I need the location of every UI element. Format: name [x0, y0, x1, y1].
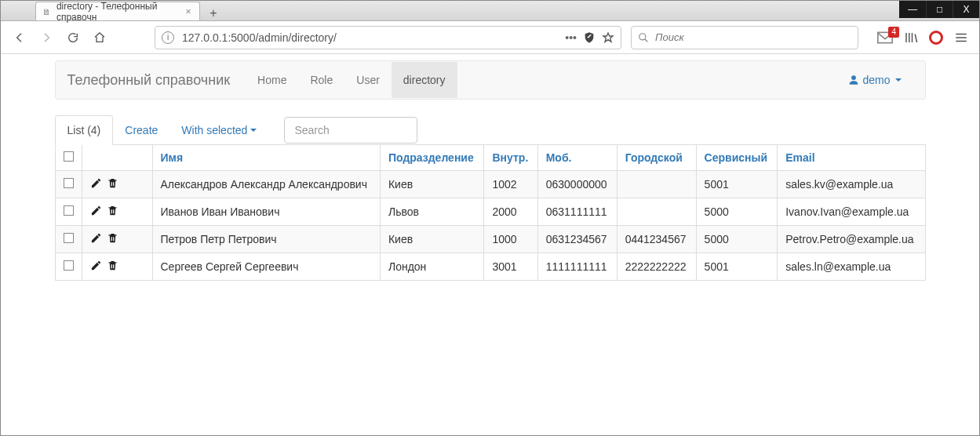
cell-mob: 0631234567	[537, 226, 617, 253]
cell-ext: 2000	[484, 198, 537, 226]
with-selected-dropdown[interactable]: With selected	[169, 116, 268, 144]
info-icon[interactable]: i	[162, 31, 174, 44]
cell-service: 5001	[696, 253, 778, 281]
browser-toolbar: i ••• 4	[1, 21, 979, 54]
col-name[interactable]: Имя	[152, 145, 380, 171]
navbar-brand[interactable]: Телефонный справочник	[67, 72, 231, 89]
cell-dept: Киев	[380, 171, 484, 198]
admin-search-input[interactable]	[284, 117, 417, 144]
delete-button[interactable]	[107, 177, 118, 191]
nav-link[interactable]: directory	[392, 62, 457, 98]
window-controls: — □ X	[899, 1, 979, 18]
edit-icon	[90, 260, 102, 271]
row-actions-cell	[82, 253, 152, 281]
table-row: Иванов Иван ИвановичЛьвов200006311111115…	[55, 198, 925, 226]
svg-point-0	[639, 33, 646, 39]
library-button[interactable]	[904, 31, 918, 45]
forward-button[interactable]	[35, 27, 57, 49]
table-row: Александров Александр АлександровичКиев1…	[55, 171, 925, 198]
delete-button[interactable]	[107, 205, 118, 219]
edit-button[interactable]	[90, 232, 102, 246]
select-all-checkbox[interactable]	[64, 151, 74, 162]
row-checkbox[interactable]	[64, 233, 74, 243]
url-right-icons: •••	[565, 31, 614, 44]
navbar-right: demo	[836, 62, 913, 98]
nav-link[interactable]: Home	[246, 62, 298, 98]
select-all-cell	[55, 145, 82, 171]
create-link[interactable]: Create	[113, 116, 169, 144]
window-close-button[interactable]: X	[953, 1, 979, 18]
url-input[interactable]	[180, 31, 559, 45]
delete-icon	[107, 177, 118, 189]
arrow-right-icon	[40, 31, 53, 44]
row-checkbox[interactable]	[64, 178, 74, 188]
col-mob[interactable]: Моб.	[537, 145, 617, 171]
directory-table: Имя Подразделение Внутр. Моб. Городской …	[55, 144, 926, 281]
cell-service: 5001	[696, 171, 778, 198]
row-checkbox[interactable]	[64, 260, 74, 271]
delete-icon	[107, 205, 118, 216]
row-actions-cell	[82, 226, 152, 253]
list-tab[interactable]: List (4)	[55, 115, 114, 145]
back-button[interactable]	[9, 27, 31, 49]
menu-button[interactable]	[954, 31, 968, 45]
tab-strip: 🗎 directory - Телефонный справочн × +	[35, 1, 224, 20]
col-service[interactable]: Сервисный	[696, 145, 778, 171]
delete-icon	[107, 260, 118, 271]
cell-ext: 1000	[484, 226, 537, 253]
browser-search-input[interactable]	[654, 31, 851, 44]
opera-button[interactable]	[929, 31, 943, 45]
actions-header	[82, 145, 152, 171]
row-actions-cell	[82, 198, 152, 226]
table-body: Александров Александр АлександровичКиев1…	[55, 171, 925, 281]
window-maximize-button[interactable]: □	[926, 1, 953, 18]
page-content: Телефонный справочник Home Role User dir…	[1, 54, 979, 435]
url-bar[interactable]: i •••	[155, 26, 621, 49]
shield-icon[interactable]	[583, 31, 596, 44]
star-icon[interactable]	[602, 31, 614, 44]
nav-item-home: Home	[246, 62, 298, 98]
home-icon	[93, 31, 106, 44]
cell-name: Сергеев Сергей Сергеевич	[152, 253, 380, 281]
cell-service: 5000	[696, 198, 778, 226]
edit-icon	[90, 177, 102, 189]
reload-icon	[67, 31, 79, 44]
admin-actions: List (4) Create With selected	[55, 115, 926, 145]
search-icon	[638, 32, 649, 43]
browser-tab[interactable]: 🗎 directory - Телефонный справочн ×	[35, 2, 200, 20]
row-select-cell	[55, 253, 82, 281]
cell-name: Иванов Иван Иванович	[152, 198, 380, 226]
edit-button[interactable]	[90, 205, 102, 219]
new-tab-button[interactable]: +	[203, 6, 224, 20]
window-minimize-button[interactable]: —	[899, 1, 926, 18]
user-name: demo	[862, 74, 890, 86]
col-email[interactable]: Email	[778, 145, 925, 171]
cell-name: Александров Александр Александрович	[152, 171, 380, 198]
search-bar[interactable]	[631, 26, 858, 49]
tab-close-icon[interactable]: ×	[184, 6, 193, 17]
table-header-row: Имя Подразделение Внутр. Моб. Городской …	[55, 145, 925, 171]
home-button[interactable]	[89, 27, 111, 49]
row-checkbox[interactable]	[64, 205, 74, 216]
cell-mob: 0630000000	[537, 171, 617, 198]
opera-icon	[929, 31, 943, 45]
col-dept[interactable]: Подразделение	[380, 145, 484, 171]
cell-dept: Львов	[380, 198, 484, 226]
edit-button[interactable]	[90, 177, 102, 191]
nav-link[interactable]: User	[344, 62, 392, 98]
row-select-cell	[55, 226, 82, 253]
col-ext[interactable]: Внутр.	[484, 145, 537, 171]
mail-button[interactable]: 4	[877, 31, 893, 44]
nav-link[interactable]: Role	[298, 62, 344, 98]
col-city[interactable]: Городской	[617, 145, 696, 171]
meatball-icon[interactable]: •••	[565, 31, 577, 44]
cell-city: 0441234567	[617, 226, 696, 253]
delete-button[interactable]	[107, 232, 118, 246]
edit-button[interactable]	[90, 260, 102, 274]
reload-button[interactable]	[62, 27, 84, 49]
cell-ext: 1002	[484, 171, 537, 198]
cell-city	[617, 171, 696, 198]
cell-email: sales.kv@example.ua	[778, 171, 925, 198]
user-menu[interactable]: demo	[836, 62, 913, 98]
delete-button[interactable]	[107, 260, 118, 274]
